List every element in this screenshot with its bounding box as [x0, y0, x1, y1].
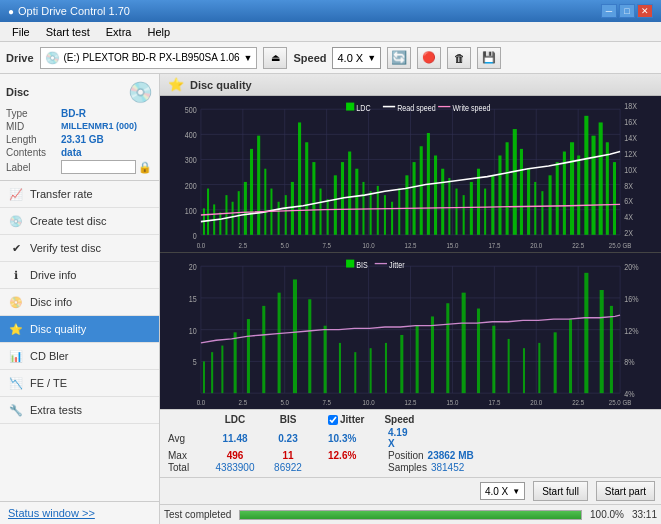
menu-help[interactable]: Help: [139, 24, 178, 40]
svg-text:15: 15: [189, 294, 197, 304]
sidebar-item-drive-info[interactable]: ℹ Drive info: [0, 262, 159, 289]
label-edit-icon[interactable]: 🔒: [138, 161, 152, 174]
erase-button[interactable]: 🗑: [447, 47, 471, 69]
app-logo: ●: [8, 6, 14, 17]
svg-rect-58: [291, 182, 294, 235]
svg-text:10.0: 10.0: [363, 241, 375, 250]
fe-te-icon: 📉: [8, 375, 24, 391]
nav-items: 📈 Transfer rate 💿 Create test disc ✔ Ver…: [0, 181, 159, 501]
svg-rect-92: [534, 182, 536, 235]
sidebar-item-label: FE / TE: [30, 377, 67, 389]
svg-rect-76: [420, 146, 423, 235]
svg-rect-49: [232, 202, 234, 235]
drive-selector[interactable]: 💿 (E:) PLEXTOR BD-R PX-LB950SA 1.06 ▼: [40, 47, 258, 69]
svg-text:25.0 GB: 25.0 GB: [609, 398, 632, 407]
svg-rect-79: [441, 169, 444, 235]
svg-text:18X: 18X: [624, 101, 637, 111]
sidebar-item-cd-bler[interactable]: 📊 CD Bler: [0, 343, 159, 370]
max-bis: 11: [264, 450, 312, 461]
svg-rect-45: [207, 189, 209, 235]
maximize-button[interactable]: □: [619, 4, 635, 18]
svg-text:20: 20: [189, 262, 197, 272]
svg-rect-171: [554, 332, 557, 393]
disc-contents-value: data: [61, 147, 82, 158]
svg-rect-104: [346, 103, 354, 111]
svg-rect-86: [491, 175, 494, 234]
sidebar-item-label: Create test disc: [30, 215, 106, 227]
sidebar-item-verify-test-disc[interactable]: ✔ Verify test disc: [0, 235, 159, 262]
svg-text:12.5: 12.5: [405, 241, 417, 250]
svg-rect-147: [203, 361, 205, 393]
svg-rect-91: [527, 169, 530, 235]
save-button[interactable]: 💾: [477, 47, 501, 69]
svg-text:0.0: 0.0: [197, 398, 206, 407]
svg-rect-85: [484, 189, 486, 235]
disc-type-value: BD-R: [61, 108, 86, 119]
drive-label: Drive: [6, 52, 34, 64]
svg-rect-95: [556, 162, 559, 235]
disc-length-label: Length: [6, 134, 61, 145]
svg-rect-169: [523, 348, 525, 393]
svg-rect-101: [599, 122, 603, 234]
svg-rect-89: [513, 129, 517, 235]
sidebar-item-fe-te[interactable]: 📉 FE / TE: [0, 370, 159, 397]
svg-text:12X: 12X: [624, 149, 637, 159]
sidebar-item-create-test-disc[interactable]: 💿 Create test disc: [0, 208, 159, 235]
status-time: 33:11: [632, 509, 657, 520]
transfer-rate-icon: 📈: [8, 186, 24, 202]
svg-rect-48: [225, 195, 227, 235]
svg-text:2.5: 2.5: [239, 241, 248, 250]
sidebar-item-extra-tests[interactable]: 🔧 Extra tests: [0, 397, 159, 424]
svg-text:20.0: 20.0: [530, 398, 542, 407]
menu-file[interactable]: File: [4, 24, 38, 40]
menu-extra[interactable]: Extra: [98, 24, 140, 40]
sidebar-item-disc-quality[interactable]: ⭐ Disc quality: [0, 316, 159, 343]
svg-rect-99: [584, 116, 588, 235]
svg-text:16X: 16X: [624, 117, 637, 127]
start-part-button[interactable]: Start part: [596, 481, 655, 501]
svg-text:7.5: 7.5: [322, 398, 331, 407]
disc-label-input[interactable]: [61, 160, 136, 174]
sidebar-item-disc-info[interactable]: 📀 Disc info: [0, 289, 159, 316]
svg-rect-62: [320, 189, 322, 235]
svg-rect-96: [563, 152, 566, 235]
speed-value: 4.0 X: [337, 52, 363, 64]
svg-text:20.0: 20.0: [530, 241, 542, 250]
menu-start-test[interactable]: Start test: [38, 24, 98, 40]
svg-rect-78: [434, 155, 437, 234]
max-label: Max: [168, 450, 206, 461]
status-window-button[interactable]: Status window >>: [0, 501, 159, 524]
menubar: File Start test Extra Help: [0, 22, 661, 42]
speed-selector[interactable]: 4.0 X ▼: [332, 47, 381, 69]
svg-text:15.0: 15.0: [446, 241, 458, 250]
sidebar-item-transfer-rate[interactable]: 📈 Transfer rate: [0, 181, 159, 208]
svg-rect-174: [600, 290, 604, 393]
max-jitter: 12.6%: [328, 450, 388, 461]
disc-info-icon: 📀: [8, 294, 24, 310]
svg-rect-150: [234, 332, 237, 393]
disc-mid-label: MID: [6, 121, 61, 132]
svg-rect-165: [462, 293, 466, 393]
disc-mid-value: MILLENMR1 (000): [61, 121, 137, 132]
disc-length-value: 23.31 GB: [61, 134, 104, 145]
content-header-icon: ⭐: [168, 77, 184, 92]
bottom-chart-svg: 20 15 10 5 20% 16% 12% 8% 4% 0.0 2.5 5.0…: [160, 253, 661, 409]
jitter-checkbox[interactable]: [328, 415, 338, 425]
speed-dropdown[interactable]: 4.0 X ▼: [480, 482, 525, 500]
svg-rect-90: [520, 149, 523, 235]
refresh-button[interactable]: 🔄: [387, 47, 411, 69]
eject-button[interactable]: ⏏: [263, 47, 287, 69]
svg-rect-66: [348, 152, 351, 235]
svg-rect-100: [591, 136, 595, 235]
svg-rect-52: [250, 149, 253, 235]
svg-text:25.0 GB: 25.0 GB: [609, 241, 632, 250]
minimize-button[interactable]: ─: [601, 4, 617, 18]
svg-text:12.5: 12.5: [405, 398, 417, 407]
content-header: ⭐ Disc quality: [160, 74, 661, 96]
svg-rect-74: [405, 175, 408, 234]
svg-rect-82: [463, 195, 465, 235]
start-full-button[interactable]: Start full: [533, 481, 588, 501]
svg-text:20%: 20%: [624, 262, 639, 272]
close-button[interactable]: ✕: [637, 4, 653, 18]
burn-button[interactable]: 🔴: [417, 47, 441, 69]
